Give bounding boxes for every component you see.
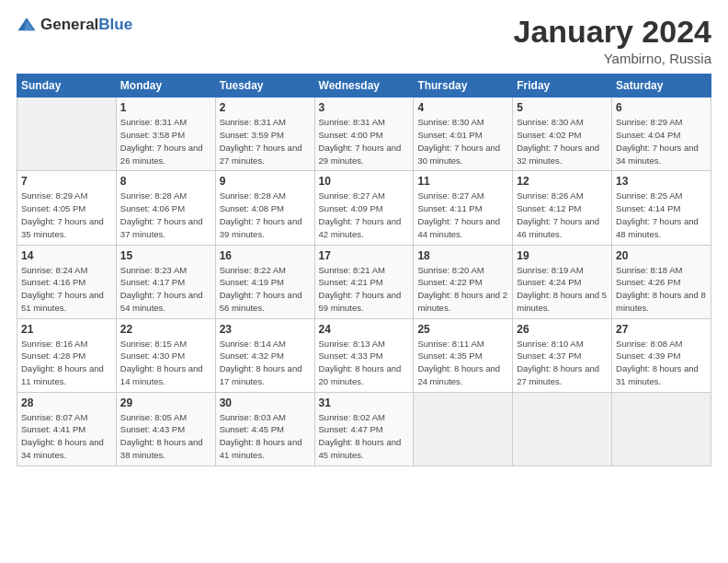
day-info: Sunrise: 8:24 AMSunset: 4:16 PMDaylight:… (21, 264, 112, 315)
header: GeneralBlue January 2024 Yambirno, Russi… (17, 15, 711, 66)
calendar-cell: 29Sunrise: 8:05 AMSunset: 4:43 PMDayligh… (116, 392, 215, 465)
day-info: Sunrise: 8:03 AMSunset: 4:45 PMDaylight:… (220, 411, 311, 462)
day-number: 15 (120, 249, 211, 262)
calendar-cell: 9Sunrise: 8:28 AMSunset: 4:08 PMDaylight… (215, 171, 314, 245)
calendar-cell: 22Sunrise: 8:15 AMSunset: 4:30 PMDayligh… (116, 318, 215, 392)
calendar-cell: 4Sunrise: 8:30 AMSunset: 4:01 PMDaylight… (414, 98, 513, 171)
weekday-header-wednesday: Wednesday (314, 75, 414, 98)
calendar-cell (414, 392, 513, 465)
day-number: 10 (319, 175, 410, 188)
day-info: Sunrise: 8:22 AMSunset: 4:19 PMDaylight:… (220, 264, 311, 315)
day-number: 17 (319, 249, 410, 262)
day-number: 25 (417, 323, 508, 336)
day-number: 1 (120, 101, 211, 114)
weekday-header-row: SundayMondayTuesdayWednesdayThursdayFrid… (17, 75, 711, 98)
day-number: 13 (616, 175, 707, 188)
calendar-cell: 18Sunrise: 8:20 AMSunset: 4:22 PMDayligh… (414, 245, 513, 318)
day-info: Sunrise: 8:02 AMSunset: 4:47 PMDaylight:… (319, 411, 410, 462)
day-number: 28 (21, 396, 112, 409)
calendar-cell: 6Sunrise: 8:29 AMSunset: 4:04 PMDaylight… (612, 98, 711, 171)
calendar-cell: 16Sunrise: 8:22 AMSunset: 4:19 PMDayligh… (215, 245, 314, 318)
day-number: 6 (616, 101, 707, 114)
logo-icon (17, 15, 37, 35)
logo: GeneralBlue (17, 15, 132, 35)
calendar-cell: 8Sunrise: 8:28 AMSunset: 4:06 PMDaylight… (116, 171, 215, 245)
weekday-header-thursday: Thursday (414, 75, 513, 98)
calendar-cell (17, 98, 117, 171)
day-info: Sunrise: 8:19 AMSunset: 4:24 PMDaylight:… (517, 264, 608, 315)
day-number: 16 (220, 249, 311, 262)
weekday-header-saturday: Saturday (612, 75, 711, 98)
calendar-cell (513, 392, 612, 465)
day-info: Sunrise: 8:21 AMSunset: 4:21 PMDaylight:… (319, 264, 410, 315)
day-info: Sunrise: 8:14 AMSunset: 4:32 PMDaylight:… (220, 338, 311, 388)
day-info: Sunrise: 8:31 AMSunset: 3:59 PMDaylight:… (220, 116, 311, 167)
day-number: 31 (319, 396, 410, 409)
day-info: Sunrise: 8:08 AMSunset: 4:39 PMDaylight:… (616, 338, 707, 388)
week-row-2: 7Sunrise: 8:29 AMSunset: 4:05 PMDaylight… (17, 171, 711, 245)
day-number: 3 (319, 101, 410, 114)
calendar-cell: 12Sunrise: 8:26 AMSunset: 4:12 PMDayligh… (513, 171, 612, 245)
day-info: Sunrise: 8:31 AMSunset: 4:00 PMDaylight:… (319, 116, 410, 167)
calendar-cell: 26Sunrise: 8:10 AMSunset: 4:37 PMDayligh… (513, 318, 612, 392)
location-subtitle: Yambirno, Russia (514, 51, 712, 66)
calendar-cell: 2Sunrise: 8:31 AMSunset: 3:59 PMDaylight… (215, 98, 314, 171)
day-info: Sunrise: 8:26 AMSunset: 4:12 PMDaylight:… (517, 190, 608, 240)
day-number: 19 (517, 249, 608, 262)
day-info: Sunrise: 8:28 AMSunset: 4:06 PMDaylight:… (120, 190, 211, 240)
calendar-cell: 13Sunrise: 8:25 AMSunset: 4:14 PMDayligh… (612, 171, 711, 245)
page: GeneralBlue January 2024 Yambirno, Russi… (0, 0, 728, 563)
day-info: Sunrise: 8:18 AMSunset: 4:26 PMDaylight:… (616, 264, 707, 315)
week-row-3: 14Sunrise: 8:24 AMSunset: 4:16 PMDayligh… (17, 245, 711, 318)
month-title: January 2024 (514, 15, 712, 49)
day-info: Sunrise: 8:10 AMSunset: 4:37 PMDaylight:… (517, 338, 608, 388)
day-info: Sunrise: 8:23 AMSunset: 4:17 PMDaylight:… (120, 264, 211, 315)
day-number: 20 (616, 249, 707, 262)
week-row-5: 28Sunrise: 8:07 AMSunset: 4:41 PMDayligh… (17, 392, 711, 465)
day-number: 11 (417, 175, 508, 188)
calendar-cell: 7Sunrise: 8:29 AMSunset: 4:05 PMDaylight… (17, 171, 117, 245)
calendar-cell: 21Sunrise: 8:16 AMSunset: 4:28 PMDayligh… (17, 318, 117, 392)
day-info: Sunrise: 8:31 AMSunset: 3:58 PMDaylight:… (120, 116, 211, 167)
calendar-cell: 24Sunrise: 8:13 AMSunset: 4:33 PMDayligh… (314, 318, 414, 392)
calendar-cell: 31Sunrise: 8:02 AMSunset: 4:47 PMDayligh… (314, 392, 414, 465)
day-number: 29 (120, 396, 211, 409)
day-number: 30 (220, 396, 311, 409)
day-info: Sunrise: 8:16 AMSunset: 4:28 PMDaylight:… (21, 338, 112, 388)
day-number: 14 (21, 249, 112, 262)
calendar-cell: 17Sunrise: 8:21 AMSunset: 4:21 PMDayligh… (314, 245, 414, 318)
calendar-cell: 19Sunrise: 8:19 AMSunset: 4:24 PMDayligh… (513, 245, 612, 318)
day-number: 27 (616, 323, 707, 336)
day-info: Sunrise: 8:07 AMSunset: 4:41 PMDaylight:… (21, 411, 112, 462)
calendar-cell (612, 392, 711, 465)
day-number: 4 (417, 101, 508, 114)
calendar-cell: 3Sunrise: 8:31 AMSunset: 4:00 PMDaylight… (314, 98, 414, 171)
day-number: 9 (220, 175, 311, 188)
weekday-header-friday: Friday (513, 75, 612, 98)
calendar-cell: 15Sunrise: 8:23 AMSunset: 4:17 PMDayligh… (116, 245, 215, 318)
calendar-cell: 28Sunrise: 8:07 AMSunset: 4:41 PMDayligh… (17, 392, 117, 465)
day-number: 8 (120, 175, 211, 188)
day-info: Sunrise: 8:30 AMSunset: 4:01 PMDaylight:… (417, 116, 508, 167)
day-info: Sunrise: 8:05 AMSunset: 4:43 PMDaylight:… (120, 411, 211, 462)
day-number: 7 (21, 175, 112, 188)
calendar-cell: 11Sunrise: 8:27 AMSunset: 4:11 PMDayligh… (414, 171, 513, 245)
calendar-table: SundayMondayTuesdayWednesdayThursdayFrid… (17, 74, 711, 465)
day-number: 26 (517, 323, 608, 336)
day-info: Sunrise: 8:28 AMSunset: 4:08 PMDaylight:… (220, 190, 311, 240)
day-info: Sunrise: 8:11 AMSunset: 4:35 PMDaylight:… (417, 338, 508, 388)
day-number: 22 (120, 323, 211, 336)
day-number: 12 (517, 175, 608, 188)
week-row-4: 21Sunrise: 8:16 AMSunset: 4:28 PMDayligh… (17, 318, 711, 392)
calendar-cell: 20Sunrise: 8:18 AMSunset: 4:26 PMDayligh… (612, 245, 711, 318)
day-info: Sunrise: 8:29 AMSunset: 4:04 PMDaylight:… (616, 116, 707, 167)
weekday-header-monday: Monday (116, 75, 215, 98)
day-info: Sunrise: 8:20 AMSunset: 4:22 PMDaylight:… (417, 264, 508, 315)
day-info: Sunrise: 8:15 AMSunset: 4:30 PMDaylight:… (120, 338, 211, 388)
weekday-header-sunday: Sunday (17, 75, 117, 98)
logo-text: GeneralBlue (40, 16, 132, 34)
weekday-header-tuesday: Tuesday (215, 75, 314, 98)
day-info: Sunrise: 8:13 AMSunset: 4:33 PMDaylight:… (319, 338, 410, 388)
day-number: 5 (517, 101, 608, 114)
calendar-cell: 25Sunrise: 8:11 AMSunset: 4:35 PMDayligh… (414, 318, 513, 392)
